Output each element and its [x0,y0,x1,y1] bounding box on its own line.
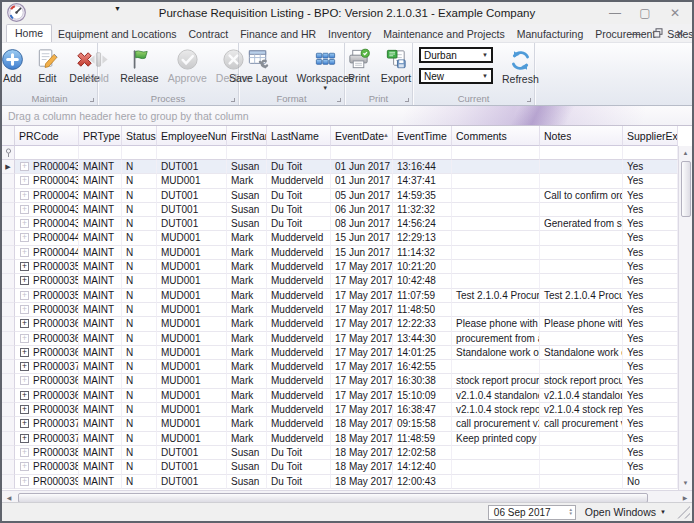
dialog-launcher-icon[interactable] [337,98,341,102]
table-row[interactable]: +PR0000356MAINTNMUD001MarkMudderveld17 M… [2,260,692,274]
filter-cell-eventdate[interactable] [331,146,393,160]
tab-home[interactable]: Home [6,24,52,42]
expand-button[interactable]: + [20,348,29,357]
table-row[interactable]: +PR0000431MAINTNMUD001MarkMudderveld01 J… [2,174,692,188]
mdi-close-button[interactable]: ✕ [672,26,688,40]
expand-button[interactable]: + [20,391,29,400]
table-row[interactable]: +PR0000442MAINTNMUD001MarkMudderveld15 J… [2,246,692,260]
horizontal-scroll-thumb[interactable] [18,493,648,503]
filter-cell-firstname[interactable] [227,146,267,160]
table-row[interactable]: +PR0000357MAINTNMUD001MarkMudderveld17 M… [2,274,692,288]
resize-grip[interactable] [677,506,690,519]
scroll-down-icon[interactable]: ▼ [679,476,692,490]
table-row[interactable]: +PR0000385MAINTNDUT001SusanDu Toit18 May… [2,460,692,474]
release-button[interactable]: Release [116,45,163,85]
site-dropdown[interactable]: Durban ▼ [419,47,493,63]
save-layout-button[interactable]: Save Layout [225,45,291,85]
tab-contract[interactable]: Contract [183,25,235,42]
filter-cell-supplierexist[interactable] [623,146,678,160]
cell-eventtime: 11:32:32 [393,203,452,217]
spinner-down-icon[interactable]: ▼ [568,512,572,516]
date-spinner[interactable]: ▲ ▼ [568,508,574,516]
table-row[interactable]: +PR0000366MAINTNMUD001MarkMudderveld17 M… [2,389,692,403]
table-row[interactable]: ▶+PR0000430MAINTNDUT001SusanDu Toit01 Ju… [2,160,692,174]
mdi-restore-icon[interactable] [650,26,666,40]
column-header-prcode[interactable]: PRCode [15,126,79,146]
prcode-value: PR0000377 [33,433,79,444]
approve-button: Approve [164,45,211,85]
expand-button[interactable]: + [20,419,29,428]
expand-button[interactable]: + [20,434,29,443]
column-header-prtype[interactable]: PRType [79,126,122,146]
mdi-minimize-button[interactable]: — [628,26,644,40]
cell-comments: Keep printed copy of ... [452,432,540,446]
refresh-button[interactable]: Refresh [498,47,543,92]
tab-equipment-and-locations[interactable]: Equipment and Locations [52,25,183,42]
table-row[interactable]: +PR0000390MAINTNDUT001SusanDu Toit18 May… [2,475,692,489]
table-row[interactable]: +PR0000364MAINTNMUD001MarkMudderveld17 M… [2,346,692,360]
dialog-launcher-icon[interactable] [527,98,531,102]
row-indicator [2,389,15,403]
filter-cell-status[interactable] [122,146,157,160]
column-header-employeenumber[interactable]: EmployeeNumber [157,126,227,146]
row-indicator [2,332,15,346]
column-header-lastname[interactable]: LastName [267,126,331,146]
table-row[interactable]: +PR0000381MAINTNDUT001SusanDu Toit18 May… [2,446,692,460]
table-row[interactable]: +PR0000369MAINTNMUD001MarkMudderveld17 M… [2,403,692,417]
close-button[interactable]: ✕ [660,2,690,24]
column-header-notes[interactable]: Notes [540,126,623,146]
add-button[interactable]: Add [0,45,29,85]
cell-status: N [122,274,157,288]
table-row[interactable]: +PR0000434MAINTNDUT001SusanDu Toit06 Jun… [2,203,692,217]
tab-finance-and-hr[interactable]: Finance and HR [234,25,322,42]
filter-cell-prtype[interactable] [79,146,122,160]
quick-access-dropdown-icon[interactable]: ▼ [114,5,121,12]
column-header-status[interactable]: Status [122,126,157,146]
expand-button[interactable]: + [20,319,29,328]
dialog-launcher-icon[interactable] [405,98,409,102]
print-button[interactable]: Print [342,45,376,85]
column-header-comments[interactable]: Comments [452,126,540,146]
filter-cell-eventtime[interactable] [393,146,452,160]
tab-maintenance-and-projects[interactable]: Maintenance and Projects [377,25,510,42]
filter-cell-comments[interactable] [452,146,540,160]
column-header-eventtime[interactable]: EventTime [393,126,452,146]
filter-cell-lastname[interactable] [267,146,331,160]
column-header-firstname[interactable]: FirstName [227,126,267,146]
expand-button[interactable]: + [20,276,29,285]
table-row[interactable]: +PR0000370MAINTNMUD001MarkMudderveld17 M… [2,360,692,374]
table-row[interactable]: +PR0000377MAINTNMUD001MarkMudderveld18 M… [2,432,692,446]
export-button[interactable]: Export [377,45,415,85]
expand-button[interactable]: + [20,362,29,371]
table-row[interactable]: +PR0000362MAINTNMUD001MarkMudderveld17 M… [2,317,692,331]
vertical-scroll-thumb[interactable] [681,161,691,217]
maximize-button[interactable]: ▢ [630,2,660,24]
filter-cell-prcode[interactable] [15,146,79,160]
status-dropdown[interactable]: New ▼ [419,68,493,84]
table-row[interactable]: +PR0000433MAINTNDUT001SusanDu Toit05 Jun… [2,189,692,203]
table-row[interactable]: +PR0000444MAINTNMUD001MarkMudderveld15 J… [2,231,692,245]
column-header-supplierexist[interactable]: SupplierExist [623,126,678,146]
table-row[interactable]: +PR0000363MAINTNMUD001MarkMudderveld17 M… [2,332,692,346]
table-row[interactable]: +PR0000359MAINTNMUD001MarkMudderveld17 M… [2,289,692,303]
minimize-button[interactable]: — [600,2,630,24]
vertical-scrollbar[interactable]: ▲ ▼ [678,146,692,490]
scroll-up-icon[interactable]: ▲ [679,146,692,160]
group-by-panel[interactable]: Drag a column header here to group by th… [2,106,692,126]
date-field[interactable]: 06 Sep 2017 ▲ ▼ [488,505,576,520]
expand-button[interactable]: + [20,405,29,414]
tab-manufacturing[interactable]: Manufacturing [511,25,590,42]
table-row[interactable]: +PR0000368MAINTNMUD001MarkMudderveld17 M… [2,374,692,388]
open-windows-button[interactable]: Open Windows ▼ [585,506,666,518]
filter-cell-employeenumber[interactable] [157,146,227,160]
table-row[interactable]: +PR0000439MAINTNDUT001SusanDu Toit08 Jun… [2,217,692,231]
table-row[interactable]: +PR0000374MAINTNMUD001MarkMudderveld18 M… [2,417,692,431]
table-row[interactable]: +PR0000361MAINTNMUD001MarkMudderveld17 M… [2,303,692,317]
dialog-launcher-icon[interactable] [231,98,235,102]
expand-button[interactable]: + [20,262,29,271]
tab-inventory[interactable]: Inventory [322,25,377,42]
edit-button[interactable]: Edit [30,45,64,85]
column-header-eventdate[interactable]: EventDate▲ [331,126,393,146]
dialog-launcher-icon[interactable] [90,98,94,102]
filter-cell-notes[interactable] [540,146,623,160]
